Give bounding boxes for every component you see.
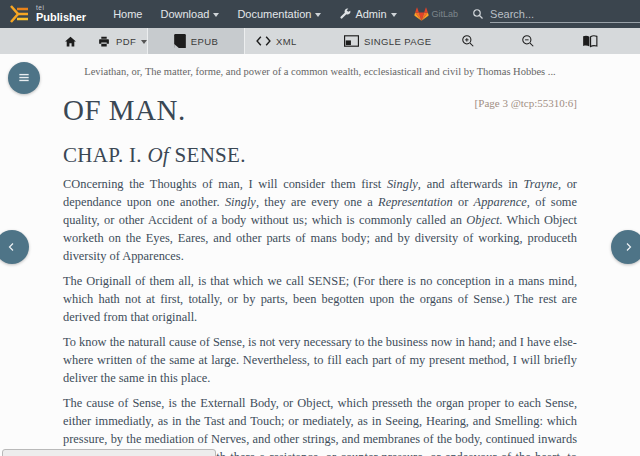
- status-tooltip: [2, 449, 216, 456]
- single-page-icon: [344, 35, 359, 47]
- search-icon: [472, 8, 484, 20]
- nav-documentation[interactable]: Documentation: [237, 8, 321, 20]
- zoom-out-icon: [521, 34, 535, 48]
- caret-down-icon: [213, 13, 219, 17]
- gitlab-link[interactable]: GitLab: [414, 7, 459, 21]
- nav-admin[interactable]: Admin: [339, 8, 396, 20]
- caret-down-icon: [391, 13, 397, 17]
- tei-publisher-logo[interactable]: tei Publisher: [10, 5, 86, 23]
- zoom-in-button[interactable]: [461, 28, 475, 54]
- toc-drawer-button[interactable]: [8, 62, 40, 94]
- top-navbar: tei Publisher Home Download Documentatio…: [0, 0, 640, 28]
- epub-book-icon: [174, 34, 186, 48]
- nav-download[interactable]: Download: [160, 8, 219, 20]
- chapter-heading: CHAP. I. Of SENSE.: [63, 143, 577, 168]
- code-icon: [256, 35, 271, 47]
- page-break-ref: [Page 3 @tcp:55310:6]: [475, 97, 577, 109]
- search-area: [472, 6, 640, 23]
- reading-view-button[interactable]: [582, 28, 598, 54]
- zoom-out-button[interactable]: [521, 28, 535, 54]
- chevron-left-icon: [6, 241, 18, 253]
- pdf-button[interactable]: PDF: [97, 28, 147, 54]
- gitlab-label: GitLab: [432, 9, 459, 19]
- brand-publisher: Publisher: [36, 12, 86, 23]
- toc-list-icon: [17, 71, 31, 85]
- page-title: OF MAN.: [63, 94, 186, 127]
- paragraph: The Originall of them all, is that which…: [63, 272, 577, 326]
- printer-icon: [97, 35, 111, 48]
- document-toolbar: PDF EPUB XML SINGLE PAGE: [0, 28, 640, 54]
- paragraph: The cause of Sense, is the Externall Bod…: [63, 394, 577, 456]
- open-book-icon: [582, 35, 598, 48]
- document-body: OF MAN. [Page 3 @tcp:55310:6] CHAP. I. O…: [63, 94, 577, 456]
- breadcrumb: Leviathan, or, The matter, forme, and po…: [0, 54, 640, 77]
- xml-button[interactable]: XML: [256, 28, 297, 54]
- home-button[interactable]: [64, 28, 77, 54]
- app-window: tei Publisher Home Download Documentatio…: [0, 0, 640, 456]
- single-page-button[interactable]: SINGLE PAGE: [344, 28, 432, 54]
- document-view: Leviathan, or, The matter, forme, and po…: [0, 54, 640, 456]
- nav-home[interactable]: Home: [113, 8, 142, 20]
- gitlab-icon: [414, 7, 429, 21]
- wrench-icon: [339, 8, 351, 20]
- next-page-button[interactable]: [611, 230, 640, 264]
- paragraph: To know the naturall cause of Sense, is …: [63, 333, 577, 387]
- chevron-right-icon: [622, 241, 634, 253]
- epub-button[interactable]: EPUB: [147, 28, 245, 54]
- home-icon: [64, 35, 77, 48]
- paragraph: COncerning the Thoughts of man, I will c…: [63, 175, 577, 265]
- publisher-chevron-icon: [10, 5, 32, 23]
- search-input[interactable]: [490, 6, 640, 23]
- zoom-in-icon: [461, 34, 475, 48]
- caret-down-icon: [315, 13, 321, 17]
